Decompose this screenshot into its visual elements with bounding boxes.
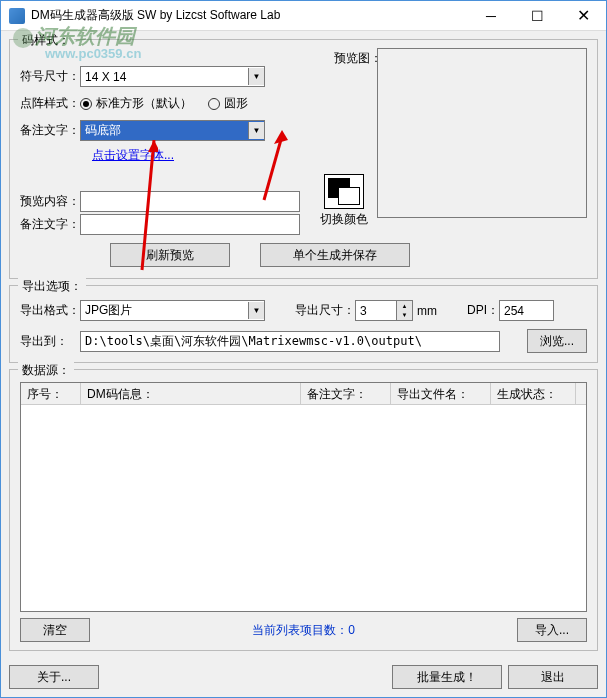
spin-up-icon[interactable]: ▲ [397, 301, 412, 311]
batch-generate-button[interactable]: 批量生成！ [392, 665, 502, 689]
exit-button[interactable]: 退出 [508, 665, 598, 689]
data-legend: 数据源： [18, 362, 74, 379]
format-value: JPG图片 [85, 302, 132, 319]
dot-style-label: 点阵样式： [20, 95, 80, 112]
export-groupbox: 导出选项： 导出格式： JPG图片 ▼ 导出尺寸： ▲▼ mm DPI： 254… [9, 285, 598, 363]
radio-square-label: 标准方形（默认） [96, 95, 192, 112]
table-column-header[interactable]: 生成状态： [491, 383, 576, 404]
dropdown-arrow-icon: ▼ [248, 122, 264, 139]
about-button[interactable]: 关于... [9, 665, 99, 689]
count-value: 0 [348, 623, 355, 637]
color-swap-button[interactable] [324, 174, 364, 209]
style-groupbox: 码样式： 预览图： 符号尺寸： 14 X 14 ▼ 点阵样式： 标准方形（默认） [9, 39, 598, 279]
maximize-button[interactable]: ☐ [514, 1, 560, 31]
symbol-size-value: 14 X 14 [85, 70, 126, 84]
radio-circle-label: 圆形 [224, 95, 248, 112]
spin-down-icon[interactable]: ▼ [397, 311, 412, 321]
table-column-header[interactable]: 导出文件名： [391, 383, 491, 404]
table-header: 序号：DM码信息：备注文字：导出文件名：生成状态： [21, 383, 586, 405]
app-icon [9, 8, 25, 24]
main-window: DM码生成器高级版 SW by Lizcst Software Lab ─ ☐ … [0, 0, 607, 698]
export-legend: 导出选项： [18, 278, 86, 295]
table-column-header[interactable]: 备注文字： [301, 383, 391, 404]
dropdown-arrow-icon: ▼ [248, 302, 264, 319]
symbol-size-label: 符号尺寸： [20, 68, 80, 85]
size-unit: mm [417, 304, 437, 318]
format-combo[interactable]: JPG图片 ▼ [80, 300, 265, 321]
dpi-input[interactable]: 254 [499, 300, 554, 321]
refresh-preview-button[interactable]: 刷新预览 [110, 243, 230, 267]
table-body [21, 405, 586, 611]
single-generate-button[interactable]: 单个生成并保存 [260, 243, 410, 267]
dropdown-arrow-icon: ▼ [248, 68, 264, 85]
close-button[interactable]: ✕ [560, 1, 606, 31]
remark-pos-value: 码底部 [85, 122, 121, 139]
remark-text-input[interactable] [80, 214, 300, 235]
remark-pos-label: 备注文字： [20, 122, 80, 139]
radio-dot-icon [208, 98, 220, 110]
preview-content-label: 预览内容： [20, 193, 80, 210]
preview-box [377, 48, 587, 218]
path-input[interactable]: D:\tools\桌面\河东软件园\Matrixewmsc-v1.0\outpu… [80, 331, 500, 352]
clear-button[interactable]: 清空 [20, 618, 90, 642]
remark-text-label: 备注文字： [20, 216, 80, 233]
count-label: 当前列表项目数： [252, 623, 348, 637]
remark-pos-combo[interactable]: 码底部 ▼ [80, 120, 265, 141]
window-title: DM码生成器高级版 SW by Lizcst Software Lab [31, 7, 468, 24]
style-legend: 码样式： [18, 32, 74, 49]
size-value[interactable] [356, 301, 396, 320]
import-button[interactable]: 导入... [517, 618, 587, 642]
path-label: 导出到： [20, 333, 80, 350]
table-column-header[interactable]: DM码信息： [81, 383, 301, 404]
table-column-header[interactable]: 序号： [21, 383, 81, 404]
data-table[interactable]: 序号：DM码信息：备注文字：导出文件名：生成状态： [20, 382, 587, 612]
format-label: 导出格式： [20, 302, 80, 319]
font-settings-link[interactable]: 点击设置字体... [92, 147, 174, 164]
radio-square[interactable]: 标准方形（默认） [80, 95, 192, 112]
titlebar: DM码生成器高级版 SW by Lizcst Software Lab ─ ☐ … [1, 1, 606, 31]
browse-button[interactable]: 浏览... [527, 329, 587, 353]
footer: 关于... 批量生成！ 退出 [1, 659, 606, 697]
size-spinner[interactable]: ▲▼ [355, 300, 413, 321]
dpi-label: DPI： [467, 302, 499, 319]
minimize-button[interactable]: ─ [468, 1, 514, 31]
color-swap-label: 切换颜色 [320, 211, 368, 228]
radio-dot-icon [80, 98, 92, 110]
data-groupbox: 数据源： 序号：DM码信息：备注文字：导出文件名：生成状态： 清空 当前列表项目… [9, 369, 598, 651]
radio-circle[interactable]: 圆形 [208, 95, 248, 112]
preview-content-input[interactable] [80, 191, 300, 212]
color-white-swatch [338, 187, 360, 205]
symbol-size-combo[interactable]: 14 X 14 ▼ [80, 66, 265, 87]
size-label: 导出尺寸： [295, 302, 355, 319]
